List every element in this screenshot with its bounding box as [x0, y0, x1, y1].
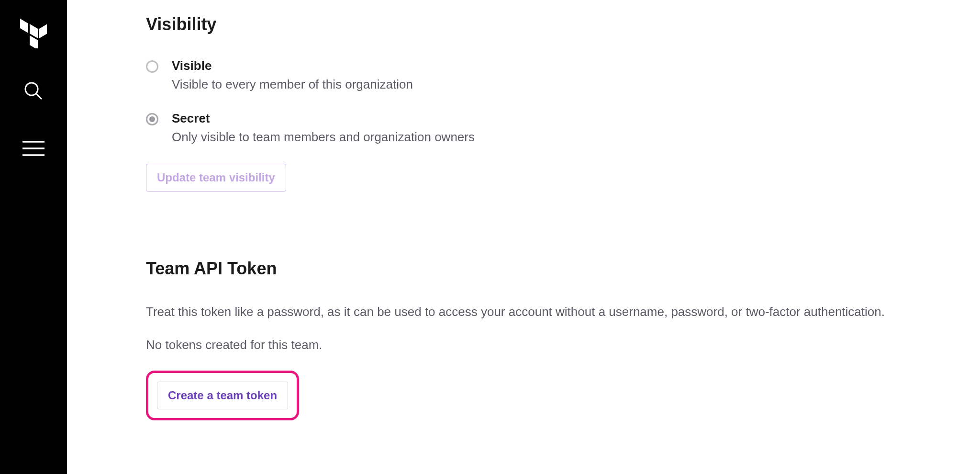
radio-option-secret[interactable]: Secret Only visible to team members and …: [146, 111, 980, 145]
radio-option-visible[interactable]: Visible Visible to every member of this …: [146, 58, 980, 92]
create-token-button[interactable]: Create a team token: [157, 382, 288, 409]
radio-label-visible: Visible: [172, 58, 413, 73]
visibility-radio-group: Visible Visible to every member of this …: [146, 58, 980, 145]
create-token-highlight: Create a team token: [146, 371, 299, 420]
update-visibility-button[interactable]: Update team visibility: [146, 164, 286, 192]
search-icon[interactable]: [19, 77, 48, 105]
radio-label-secret: Secret: [172, 111, 475, 126]
token-heading: Team API Token: [146, 259, 980, 279]
terraform-logo[interactable]: [19, 19, 48, 48]
svg-line-1: [36, 94, 42, 99]
token-section: Team API Token Treat this token like a p…: [146, 259, 980, 420]
radio-description-secret: Only visible to team members and organiz…: [172, 130, 475, 145]
main-content: Visibility Visible Visible to every memb…: [67, 0, 980, 474]
radio-description-visible: Visible to every member of this organiza…: [172, 77, 413, 92]
token-status: No tokens created for this team.: [146, 336, 902, 354]
menu-icon[interactable]: [19, 134, 48, 163]
visibility-heading: Visibility: [146, 14, 980, 34]
svg-point-0: [25, 83, 38, 95]
radio-circle-visible[interactable]: [146, 60, 158, 73]
radio-circle-secret[interactable]: [146, 113, 158, 125]
visibility-section: Visibility Visible Visible to every memb…: [146, 14, 980, 192]
token-description: Treat this token like a password, as it …: [146, 303, 902, 321]
radio-content-secret: Secret Only visible to team members and …: [172, 111, 475, 145]
radio-content-visible: Visible Visible to every member of this …: [172, 58, 413, 92]
sidebar: [0, 0, 67, 474]
